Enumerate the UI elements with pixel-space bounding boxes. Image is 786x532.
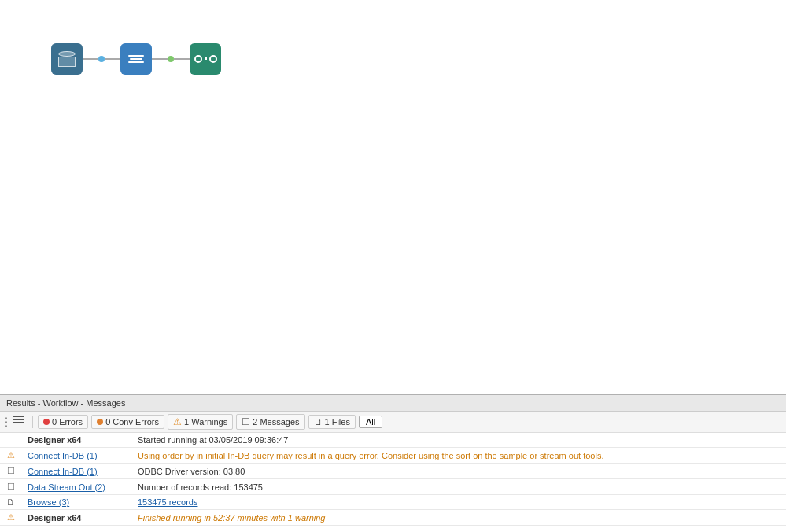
messages-filter-btn[interactable]: ☐ 2 Messages	[236, 414, 304, 430]
row-source: Data Stream Out (2)	[21, 479, 131, 495]
table-row: 🗋Browse (3)153475 records	[0, 495, 786, 510]
row-icon	[0, 433, 21, 448]
connector-3	[152, 58, 168, 60]
msg-icon: ☐	[242, 416, 250, 427]
source-link[interactable]: Browse (3)	[28, 497, 69, 507]
connector-4	[174, 58, 190, 60]
row-icon: ⚠	[0, 448, 21, 464]
row-source: Designer x64	[21, 510, 131, 526]
panel-toolbar: 0 Errors 0 Conv Errors ⚠ 1 Warnings ☐ 2 …	[0, 412, 786, 433]
message-content: Using order by in initial In-DB query ma…	[138, 451, 603, 460]
empty-icon	[9, 435, 12, 445]
node-browse[interactable]	[190, 43, 221, 75]
sep-1	[32, 416, 33, 428]
bottom-panel: Results - Workflow - Messages 0 Errors 0…	[0, 394, 786, 532]
panel-title: Results - Workflow - Messages	[6, 398, 125, 408]
conv-errors-filter-btn[interactable]: 0 Conv Errors	[91, 415, 164, 429]
errors-filter-btn[interactable]: 0 Errors	[38, 415, 88, 429]
table-row: Designer x64Started running at 03/05/201…	[0, 433, 786, 448]
connector-2	[105, 58, 120, 60]
warn-icon: ⚠	[173, 416, 182, 427]
warnings-filter-btn[interactable]: ⚠ 1 Warnings	[168, 414, 233, 430]
conv-errors-label: 0 Conv Errors	[105, 417, 159, 427]
panel-title-bar: Results - Workflow - Messages	[0, 395, 786, 412]
row-source: Connect In-DB (1)	[21, 464, 131, 479]
warning-triangle-icon: ⚠	[7, 512, 15, 522]
dot-2	[168, 56, 174, 62]
node-db-input[interactable]	[51, 43, 83, 75]
source-link[interactable]: Connect In-DB (1)	[28, 451, 98, 460]
warning-triangle-icon: ⚠	[7, 450, 15, 460]
all-tab-btn[interactable]: All	[359, 416, 382, 428]
source-text: Designer x64	[28, 513, 81, 523]
conv-error-dot	[97, 419, 103, 425]
message-content: Number of records read: 153475	[138, 482, 263, 492]
row-icon: ☐	[0, 464, 21, 479]
row-source: Connect In-DB (1)	[21, 448, 131, 464]
message-content: Finished running in 52:37 minutes with 1…	[138, 513, 325, 523]
error-dot	[43, 419, 50, 425]
messages-table[interactable]: Designer x64Started running at 03/05/201…	[0, 433, 786, 532]
message-content: Started running at 03/05/2019 09:36:47	[138, 435, 288, 445]
row-message: Started running at 03/05/2019 09:36:47	[131, 433, 786, 448]
resize-grip[interactable]	[5, 417, 7, 427]
node-filter[interactable]	[120, 43, 152, 75]
table-row: ☐Data Stream Out (2)Number of records re…	[0, 479, 786, 495]
canvas-area	[0, 0, 786, 394]
workflow-container	[51, 43, 221, 75]
messages-list: Designer x64Started running at 03/05/201…	[0, 433, 786, 526]
errors-label: 0 Errors	[52, 417, 83, 427]
binoculars-icon	[194, 55, 217, 63]
message-square-icon: ☐	[7, 482, 15, 491]
row-message: Number of records read: 153475	[131, 479, 786, 495]
messages-label: 2 Messages	[253, 417, 299, 427]
message-square-icon: ☐	[7, 466, 15, 475]
message-link[interactable]: 153475 records	[138, 497, 197, 507]
save-icon: 🗋	[6, 497, 15, 507]
db-icon	[58, 51, 76, 67]
files-label: 1 Files	[325, 417, 350, 427]
row-message: Finished running in 52:37 minutes with 1…	[131, 510, 786, 526]
row-icon: ⚠	[0, 510, 21, 526]
warnings-label: 1 Warnings	[184, 417, 227, 427]
row-message: ODBC Driver version: 03.80	[131, 464, 786, 479]
row-message: 153475 records	[131, 495, 786, 510]
row-source: Browse (3)	[21, 495, 131, 510]
row-icon: ☐	[0, 479, 21, 495]
table-row: ⚠Designer x64Finished running in 52:37 m…	[0, 510, 786, 526]
list-toggle-icon[interactable]	[13, 416, 26, 428]
wave-icon	[128, 55, 144, 63]
row-message: Using order by in initial In-DB query ma…	[131, 448, 786, 464]
row-source: Designer x64	[21, 433, 131, 448]
source-text: Designer x64	[28, 435, 81, 445]
table-row: ⚠Connect In-DB (1)Using order by in init…	[0, 448, 786, 464]
files-filter-btn[interactable]: 🗋 1 Files	[308, 415, 356, 429]
row-icon: 🗋	[0, 495, 21, 510]
connector-1	[83, 58, 98, 60]
dot-1	[98, 56, 105, 62]
file-icon: 🗋	[314, 417, 323, 427]
source-link[interactable]: Connect In-DB (1)	[28, 467, 98, 476]
message-content: ODBC Driver version: 03.80	[138, 467, 245, 476]
table-row: ☐Connect In-DB (1)ODBC Driver version: 0…	[0, 464, 786, 479]
source-link[interactable]: Data Stream Out (2)	[28, 482, 105, 492]
